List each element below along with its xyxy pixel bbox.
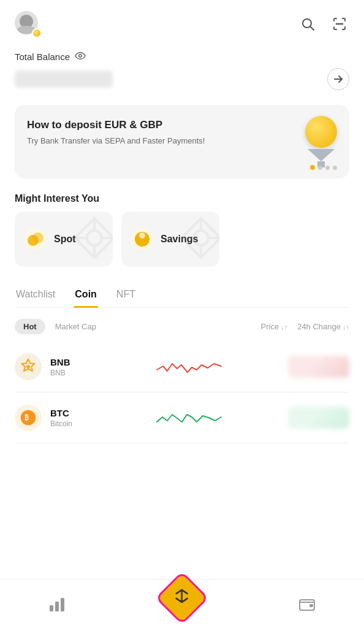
app-header [0,0,364,45]
change-filter[interactable]: 24h Change ↓↑ [297,322,349,331]
nav-trade[interactable] [151,586,213,622]
btc-symbol: BTC [50,408,99,418]
bnb-price [282,356,349,378]
svg-point-14 [194,231,208,245]
svg-rect-28 [309,604,313,607]
banner-dot-4 [333,166,337,170]
balance-arrow-button[interactable] [327,68,349,90]
tabs-section: Watchlist Coin NFT [0,279,364,308]
balance-section: Total Balance [0,45,364,100]
bottom-nav [0,579,364,628]
interest-card-savings[interactable]: Savings [121,212,219,267]
interest-scroll: Spot Savings [0,212,364,279]
btc-chart [99,402,282,433]
coin-row-bnb[interactable]: BNB BNB [15,342,349,392]
banner-text: How to deposit EUR & GBP Try Bank Transf… [27,118,205,147]
banner-dots [310,165,337,170]
might-interest-title: Might Interest You [0,191,364,212]
eye-icon[interactable] [75,52,86,62]
tab-watchlist[interactable]: Watchlist [15,284,56,307]
banner-title: How to deposit EUR & GBP [27,118,205,132]
nav-markets[interactable] [36,591,78,618]
search-button[interactable] [298,14,317,36]
banner-card[interactable]: How to deposit EUR & GBP Try Bank Transf… [15,105,349,178]
savings-icon [131,228,153,250]
btc-logo: ₿ [15,404,42,431]
bnb-logo [15,353,42,380]
coin-list: BNB BNB ₿ BTC Bitcoin [0,342,364,443]
svg-rect-24 [55,602,59,611]
bnb-price-blurred [288,356,349,378]
tab-nft[interactable]: NFT [115,284,137,307]
spot-icon [25,228,47,250]
banner-subtitle: Try Bank Transfer via SEPA and Faster Pa… [27,136,205,147]
banner-dot-3 [325,166,330,170]
bnb-name: BNB [50,369,99,377]
change-sort-arrow: ↓↑ [343,323,349,331]
btc-info: BTC Bitcoin [50,408,99,428]
balance-title-text: Total Balance [15,52,70,62]
balance-label: Total Balance [15,52,349,62]
svg-point-3 [79,55,82,58]
bnb-chart [99,351,282,382]
market-cap-label: Market Cap [55,322,96,331]
trade-diamond [155,571,209,625]
svg-line-1 [311,26,314,30]
coin-row-btc[interactable]: ₿ BTC Bitcoin [15,392,349,443]
btc-price [282,407,349,429]
banner-dot-2 [318,166,322,170]
price-label: Price [261,322,279,331]
balance-amount-blurred [15,71,113,88]
price-filter[interactable]: Price ↓↑ [261,322,288,331]
bnb-symbol: BNB [50,357,99,367]
svg-rect-20 [26,364,30,369]
savings-watermark [176,213,219,265]
filter-row: Hot Market Cap Price ↓↑ 24h Change ↓↑ [0,316,364,342]
scan-button[interactable] [330,14,349,36]
price-sort-arrow: ↓↑ [281,323,287,331]
btc-name: Bitcoin [50,419,99,428]
bnb-info: BNB BNB [50,357,99,377]
spot-watermark [70,213,113,265]
nav-wallet[interactable] [286,591,328,618]
trade-arrows-icon [173,587,191,608]
svg-point-6 [32,232,44,243]
svg-point-13 [139,232,145,239]
balance-row [15,68,349,90]
svg-point-7 [87,231,102,245]
coin-illustration [305,116,337,148]
banner-illustration [305,116,337,167]
svg-text:₿: ₿ [25,413,29,422]
svg-rect-23 [50,605,53,611]
change-label: 24h Change [297,322,341,331]
banner-dot-1 [310,165,315,170]
tabs-row: Watchlist Coin NFT [15,284,349,308]
svg-rect-25 [61,598,64,611]
tab-coin[interactable]: Coin [74,284,98,307]
avatar[interactable] [15,11,42,38]
header-icons [298,14,349,36]
hot-filter[interactable]: Hot [15,319,45,334]
interest-card-spot[interactable]: Spot [15,212,113,267]
market-cap-filter[interactable]: Market Cap [55,322,96,331]
btc-price-blurred [288,407,349,429]
